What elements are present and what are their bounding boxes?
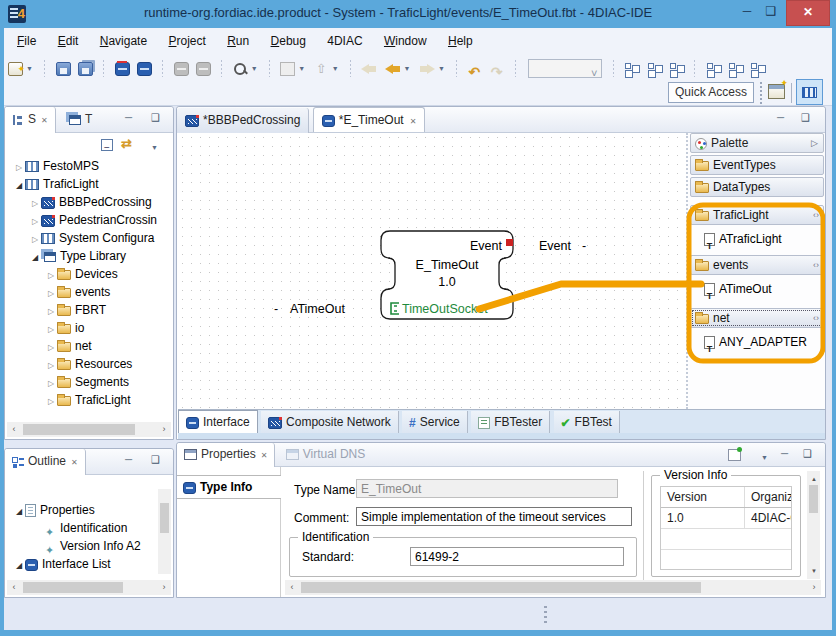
collapse-icon[interactable] <box>13 557 25 575</box>
type-name-field[interactable] <box>356 479 618 498</box>
view-minimize-icon[interactable] <box>125 112 132 123</box>
layout-button-2[interactable] <box>647 62 662 76</box>
editor-minimize-icon[interactable] <box>777 112 784 123</box>
menu-help[interactable]: Help <box>439 28 482 54</box>
tab-fbtest[interactable]: FBTest <box>554 411 620 434</box>
external-tools-button-disabled[interactable] <box>314 62 329 76</box>
tab-outline[interactable]: Outline <box>5 449 86 475</box>
tree-item[interactable]: System Configura <box>5 229 173 247</box>
pin-view-icon[interactable] <box>728 449 741 461</box>
menu-edit[interactable]: Edit <box>49 28 88 54</box>
tree-item[interactable]: Devices <box>5 265 173 283</box>
editor-tab-bbbpedcrossing[interactable]: *BBBPedCrossing <box>177 108 309 133</box>
tree-item[interactable]: events <box>5 283 173 301</box>
maximize-button[interactable] <box>760 0 782 24</box>
tree-item[interactable]: TraficLight <box>5 391 173 409</box>
tab-properties[interactable]: Properties <box>177 443 275 467</box>
scroll-right-icon[interactable] <box>157 580 171 595</box>
tab-fbtester[interactable]: FBTester <box>471 411 550 434</box>
tree-item[interactable]: BBBPedCrossing <box>5 193 173 211</box>
interface-editor-canvas[interactable]: E_TimeOut 1.0 Event Event - - ATimeOut T… <box>178 133 686 409</box>
search-button[interactable] <box>233 62 248 76</box>
monitor-button-disabled[interactable] <box>196 62 211 76</box>
scrollbar-thumb[interactable] <box>809 485 818 513</box>
view-maximize-icon[interactable] <box>803 448 812 459</box>
comment-field[interactable] <box>356 507 632 526</box>
menu-run[interactable]: Run <box>218 28 258 54</box>
table-row[interactable]: 1.0 4DIAC-Cons.. <box>661 508 791 529</box>
scrollbar-thumb[interactable] <box>23 424 135 435</box>
tab-system-management[interactable]: S <box>5 107 56 133</box>
statusbar-drag-handle[interactable] <box>544 606 547 623</box>
socket-label[interactable]: TimeOutSocket <box>402 302 488 316</box>
view-minimize-icon[interactable] <box>125 454 132 465</box>
interface-tool-button-3[interactable] <box>750 62 765 76</box>
version-info-table[interactable]: Version Organization 1.0 4DIAC-Cons.. <box>660 486 792 570</box>
tab-service[interactable]: Service <box>402 411 468 434</box>
horizontal-scrollbar[interactable] <box>285 580 821 595</box>
editor-tab-etimeout[interactable]: *E_TimeOut✕ <box>313 107 426 132</box>
palette-header[interactable]: Palette <box>690 133 824 153</box>
table-row-empty[interactable] <box>661 550 791 571</box>
back-dropdown[interactable] <box>404 57 411 81</box>
editor-maximize-icon[interactable] <box>801 112 810 123</box>
undo-button[interactable] <box>468 62 483 76</box>
fb-type-name[interactable]: E_TimeOut <box>416 258 479 272</box>
quick-access-box[interactable]: Quick Access <box>668 82 754 103</box>
tab-interface[interactable]: Interface <box>178 410 258 433</box>
view-maximize-icon[interactable] <box>151 454 160 465</box>
properties-divider[interactable] <box>643 471 644 593</box>
input-label[interactable]: ATimeOut <box>290 302 345 316</box>
scrollbar-thumb[interactable] <box>301 582 701 593</box>
view-menu-icon[interactable] <box>151 139 158 153</box>
drawer-events[interactable]: events <box>690 255 824 275</box>
new-system-button[interactable] <box>115 62 130 76</box>
outline-item[interactable]: Interface List <box>5 555 173 573</box>
forward-dropdown[interactable] <box>438 57 445 81</box>
save-all-button[interactable] <box>78 62 93 76</box>
outline-item[interactable]: Identification <box>5 519 173 537</box>
search-dropdown[interactable] <box>251 57 258 81</box>
external-tools-dropdown[interactable] <box>332 57 339 81</box>
horizontal-scrollbar[interactable] <box>7 422 171 437</box>
run-last-dropdown[interactable] <box>298 57 305 81</box>
scroll-left-icon[interactable] <box>285 580 299 595</box>
menu-file[interactable]: File <box>8 28 45 54</box>
tree-item[interactable]: Resources <box>5 355 173 373</box>
scroll-right-icon[interactable] <box>807 580 821 595</box>
drawer-eventtypes[interactable]: EventTypes <box>690 155 824 175</box>
scroll-left-icon[interactable] <box>7 422 21 437</box>
section-tab-type-info[interactable]: Type Info <box>177 475 281 499</box>
toolbar-combo[interactable] <box>528 59 602 78</box>
close-tab-icon[interactable] <box>261 451 268 460</box>
scrollbar-thumb[interactable] <box>160 503 169 533</box>
close-tab-icon[interactable] <box>71 458 78 467</box>
tree-item[interactable]: FestoMPS <box>5 157 173 175</box>
deploy-button-disabled[interactable] <box>174 62 189 76</box>
tree-item[interactable]: FBRT <box>5 301 173 319</box>
menu-debug[interactable]: Debug <box>262 28 315 54</box>
menu-navigate[interactable]: Navigate <box>91 28 156 54</box>
outline-item[interactable]: Version Info A2 <box>5 537 173 555</box>
drawer-datatypes[interactable]: DataTypes <box>690 177 824 197</box>
collapse-all-icon[interactable] <box>101 139 113 151</box>
open-perspective-button[interactable] <box>768 84 785 99</box>
tree-item[interactable]: PedestrianCrossin <box>5 211 173 229</box>
event-outside-label[interactable]: Event <box>539 239 571 253</box>
drawer-net[interactable]: net <box>690 308 824 328</box>
tab-virtual-dns[interactable]: Virtual DNS <box>279 443 372 467</box>
scroll-right-icon[interactable] <box>157 422 171 437</box>
tree-item[interactable]: io <box>5 319 173 337</box>
layout-button-1[interactable] <box>624 62 639 76</box>
system-perspective-button-active[interactable] <box>796 79 823 105</box>
forward-button-disabled[interactable] <box>419 63 435 75</box>
vertical-scrollbar[interactable] <box>807 471 820 579</box>
minimize-button[interactable] <box>736 0 758 24</box>
outline-item[interactable]: Properties <box>5 501 173 519</box>
view-minimize-icon[interactable] <box>781 448 788 459</box>
view-maximize-icon[interactable] <box>151 112 160 123</box>
new-type-button[interactable] <box>137 62 152 76</box>
tab-composite-network[interactable]: Composite Network <box>261 411 399 434</box>
pin-icon[interactable] <box>813 206 819 225</box>
pin-icon[interactable] <box>813 309 819 328</box>
